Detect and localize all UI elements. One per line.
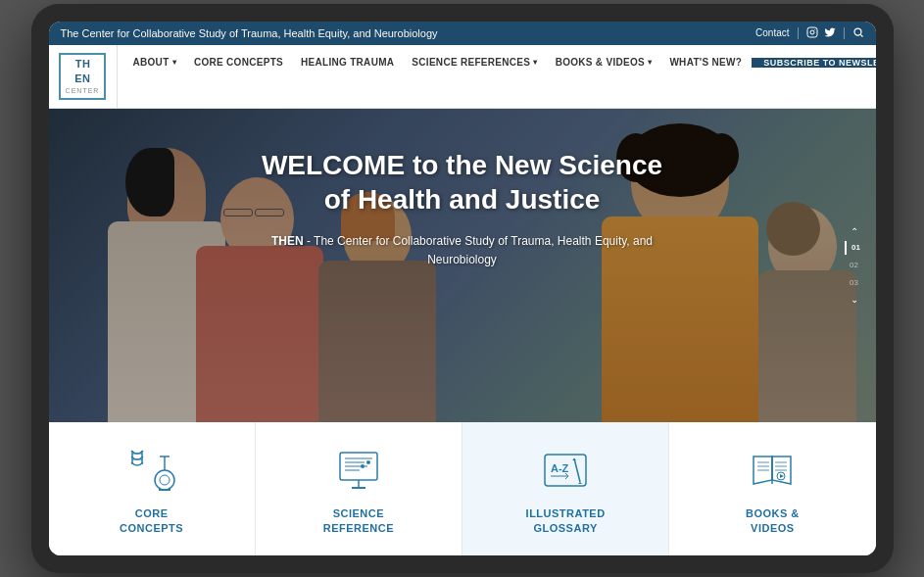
hero-section: WELCOME to the New Science of Health and… bbox=[49, 109, 876, 422]
card-books-videos-label: BOOKS & VIDEOS bbox=[746, 506, 800, 537]
nav-item-about[interactable]: ABOUT ▾ bbox=[125, 45, 184, 80]
dna-microscope-icon bbox=[122, 446, 181, 495]
cards-section: CORE CONCEPTS bbox=[49, 422, 876, 556]
hero-subtitle-text: - The Center for Collaborative Study of … bbox=[304, 234, 653, 266]
top-bar: The Center for Collaborative Study of Tr… bbox=[49, 22, 876, 45]
scroll-indicator: ⌃ 01 02 03 ⌄ bbox=[845, 226, 864, 305]
subscribe-button[interactable]: SUBSCRIBE TO NEWSLETTER bbox=[752, 58, 875, 68]
svg-rect-0 bbox=[807, 27, 817, 37]
device-frame: The Center for Collaborative Study of Tr… bbox=[31, 4, 894, 574]
card-books-videos[interactable]: BOOKS & VIDEOS bbox=[669, 422, 875, 556]
hero-subtitle-bold: THEN bbox=[271, 234, 304, 248]
svg-marker-30 bbox=[578, 482, 582, 484]
nav-item-core-concepts[interactable]: CORE CONCEPTS bbox=[186, 45, 291, 80]
scroll-dot-1[interactable]: 01 bbox=[845, 241, 864, 255]
open-book-icon bbox=[743, 446, 802, 495]
scroll-up-arrow[interactable]: ⌃ bbox=[851, 226, 858, 237]
scroll-dot-3[interactable]: 03 bbox=[845, 276, 864, 290]
card-illustrated-glossary[interactable]: A-Z ILLUSTRATED GLOSSARY bbox=[462, 422, 669, 556]
twitter-icon[interactable] bbox=[824, 26, 836, 40]
nav-item-science-references[interactable]: SCIENCE REFERENCES ▾ bbox=[404, 45, 545, 80]
svg-point-22 bbox=[361, 464, 365, 468]
az-book-icon: A-Z bbox=[536, 446, 595, 495]
top-bar-icons: Contact bbox=[755, 26, 863, 40]
logo-center-label: CENTER bbox=[66, 87, 100, 95]
about-dropdown-arrow: ▾ bbox=[172, 58, 176, 67]
nav-item-healing-trauma[interactable]: HEALING TRAUMA bbox=[293, 45, 402, 80]
contact-link[interactable]: Contact bbox=[755, 27, 789, 38]
hero-subtitle: THEN - The Center for Collaborative Stud… bbox=[257, 232, 668, 269]
scroll-dot-2[interactable]: 02 bbox=[845, 259, 864, 272]
nav-item-whats-new[interactable]: WHAT'S NEW? bbox=[661, 45, 750, 80]
nav-item-books-videos[interactable]: BOOKS & VIDEOS ▾ bbox=[548, 45, 660, 80]
svg-text:A-Z: A-Z bbox=[551, 462, 569, 474]
science-dropdown-arrow: ▾ bbox=[533, 58, 537, 67]
scroll-down-arrow[interactable]: ⌄ bbox=[851, 294, 858, 305]
search-icon[interactable] bbox=[852, 26, 864, 40]
divider bbox=[798, 27, 799, 39]
svg-point-21 bbox=[366, 460, 370, 464]
svg-point-2 bbox=[814, 28, 815, 29]
card-core-concepts-label: CORE CONCEPTS bbox=[120, 506, 183, 537]
svg-point-13 bbox=[160, 475, 170, 485]
instagram-icon[interactable] bbox=[806, 26, 818, 40]
site-title: The Center for Collaborative Study of Tr… bbox=[61, 27, 438, 39]
computer-data-icon bbox=[329, 446, 388, 495]
card-core-concepts[interactable]: CORE CONCEPTS bbox=[49, 422, 256, 556]
svg-point-3 bbox=[854, 28, 861, 35]
logo[interactable]: TH EN CENTER bbox=[49, 45, 118, 108]
nav-links: ABOUT ▾ CORE CONCEPTS HEALING TRAUMA SCI… bbox=[118, 45, 876, 80]
hero-title: WELCOME to the New Science of Health and… bbox=[257, 148, 668, 216]
nav-area: TH EN CENTER ABOUT ▾ CORE CONCEPTS bbox=[49, 45, 876, 109]
card-illustrated-glossary-label: ILLUSTRATED GLOSSARY bbox=[526, 506, 606, 537]
svg-marker-29 bbox=[572, 458, 576, 460]
divider2 bbox=[844, 27, 845, 39]
svg-point-9 bbox=[155, 470, 174, 490]
svg-marker-39 bbox=[780, 474, 784, 478]
nav-menus: ABOUT ▾ CORE CONCEPTS HEALING TRAUMA SCI… bbox=[118, 45, 876, 108]
logo-inner: TH EN CENTER bbox=[59, 53, 106, 100]
svg-point-1 bbox=[810, 30, 814, 34]
browser-window: The Center for Collaborative Study of Tr… bbox=[49, 22, 876, 556]
svg-line-4 bbox=[860, 34, 862, 36]
hero-content: WELCOME to the New Science of Health and… bbox=[257, 148, 668, 269]
books-dropdown-arrow: ▾ bbox=[648, 58, 652, 67]
card-science-reference[interactable]: SCIENCE REFERENCE bbox=[256, 422, 462, 556]
svg-line-28 bbox=[574, 458, 580, 482]
card-science-reference-label: SCIENCE REFERENCE bbox=[323, 506, 394, 537]
